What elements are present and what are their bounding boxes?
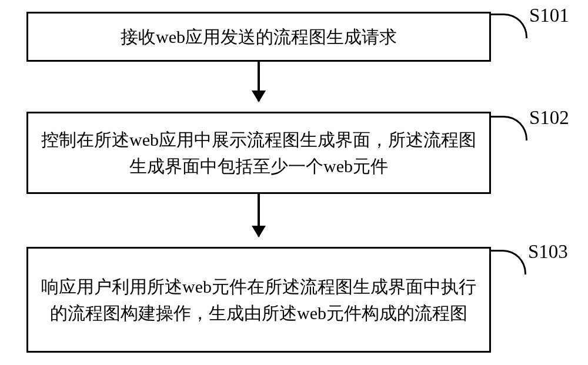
flowchart-step-3: 响应用户利用所述web元件在所述流程图生成界面中执行的流程图构建操作，生成由所述…: [26, 247, 491, 353]
step-2-text: 控制在所述web应用中展示流程图生成界面，所述流程图生成界面中包括至少一个web…: [40, 126, 477, 179]
arrow-1-to-2: [258, 62, 260, 101]
flowchart-container: 接收web应用发送的流程图生成请求 S101 控制在所述web应用中展示流程图生…: [0, 0, 588, 365]
step-3-text: 响应用户利用所述web元件在所述流程图生成界面中执行的流程图构建操作，生成由所述…: [40, 273, 477, 326]
step-3-label: S103: [528, 241, 568, 263]
flowchart-step-2: 控制在所述web应用中展示流程图生成界面，所述流程图生成界面中包括至少一个web…: [26, 112, 491, 194]
connector-1: [491, 14, 527, 38]
connector-2: [491, 116, 527, 140]
flowchart-step-1: 接收web应用发送的流程图生成请求: [26, 12, 491, 62]
connector-3: [491, 250, 526, 274]
step-1-text: 接收web应用发送的流程图生成请求: [121, 24, 397, 50]
step-2-label: S102: [529, 107, 569, 129]
arrow-2-to-3: [258, 194, 260, 236]
step-1-label: S101: [529, 5, 569, 26]
